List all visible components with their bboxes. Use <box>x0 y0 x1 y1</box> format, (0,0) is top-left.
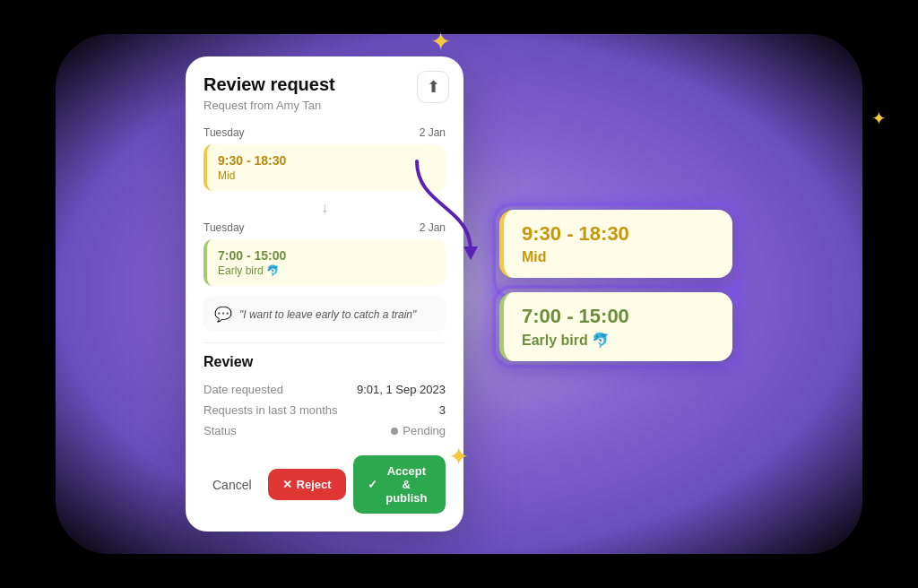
schedule-from-day: Tuesday <box>204 126 245 139</box>
accept-publish-button[interactable]: ✓ Accept & publish <box>353 455 446 514</box>
status-text: Pending <box>403 424 446 437</box>
schedule-to-day: Tuesday <box>204 221 245 234</box>
float-card-2-label: Early bird 🐬 <box>522 332 714 349</box>
review-row-requests: Requests in last 3 months 3 <box>204 400 446 420</box>
review-value-status: Pending <box>391 424 446 437</box>
svg-marker-0 <box>463 246 478 260</box>
sparkle-icon-2: ✦ <box>448 442 469 471</box>
reject-label: Reject <box>297 478 332 491</box>
float-card-2: 7:00 - 15:00 Early bird 🐬 <box>499 292 732 361</box>
schedule-from-date: 2 Jan <box>420 126 446 139</box>
review-value-requests: 3 <box>439 403 446 417</box>
reject-button[interactable]: ✕ Reject <box>268 469 346 500</box>
review-table: Date requested 9:01, 1 Sep 2023 Requests… <box>204 379 446 441</box>
modal-card: ⬆ Review request Request from Amy Tan Tu… <box>186 56 463 532</box>
review-title: Review <box>204 354 446 370</box>
float-card-1-wrapper: 9:30 - 18:30 Mid <box>499 210 732 292</box>
review-row-date: Date requested 9:01, 1 Sep 2023 <box>204 379 446 400</box>
schedule-from-header: Tuesday 2 Jan <box>204 126 446 139</box>
modal-subtitle: Request from Amy Tan <box>204 99 446 112</box>
schedule-from-time: 9:30 - 18:30 <box>218 153 435 168</box>
modal-title: Review request <box>204 74 446 95</box>
accept-label: Accept & publish <box>382 464 431 505</box>
float-card-2-wrapper: 7:00 - 15:00 Early bird 🐬 <box>499 292 732 361</box>
connecting-arrow <box>408 152 480 260</box>
float-card-1-time: 9:30 - 18:30 <box>522 222 714 246</box>
review-value-date: 9:01, 1 Sep 2023 <box>357 383 446 396</box>
float-card-1: 9:30 - 18:30 Mid <box>499 210 732 278</box>
float-card-1-label: Mid <box>522 249 714 265</box>
quote-icon: 💬 <box>214 306 232 323</box>
review-label-status: Status <box>204 424 237 437</box>
accept-icon: ✓ <box>368 478 377 491</box>
schedule-to-time: 7:00 - 15:00 <box>218 248 435 263</box>
review-label-date: Date requested <box>204 383 283 396</box>
reject-icon: ✕ <box>282 478 292 491</box>
sparkle-icon-1: ✦ <box>430 27 451 56</box>
action-row: Cancel ✕ Reject ✓ Accept & publish <box>204 455 446 514</box>
float-card-2-time: 7:00 - 15:00 <box>522 305 714 328</box>
quote-text: "I want to leave early to catch a train" <box>239 308 416 321</box>
review-label-requests: Requests in last 3 months <box>204 403 338 417</box>
export-icon: ⬆ <box>427 77 440 97</box>
review-row-status: Status Pending <box>204 420 446 441</box>
right-side: 9:30 - 18:30 Mid 7:00 - 15:00 Early bird… <box>499 210 732 361</box>
export-button[interactable]: ⬆ <box>417 71 449 103</box>
sparkle-icon-3: ✦ <box>871 108 887 129</box>
schedule-from-label: Mid <box>218 169 435 182</box>
quote-row: 💬 "I want to leave early to catch a trai… <box>204 297 446 332</box>
divider <box>204 342 446 343</box>
status-dot-icon <box>391 428 398 435</box>
cancel-button[interactable]: Cancel <box>204 471 261 499</box>
schedule-to-label: Early bird 🐬 <box>218 264 435 277</box>
